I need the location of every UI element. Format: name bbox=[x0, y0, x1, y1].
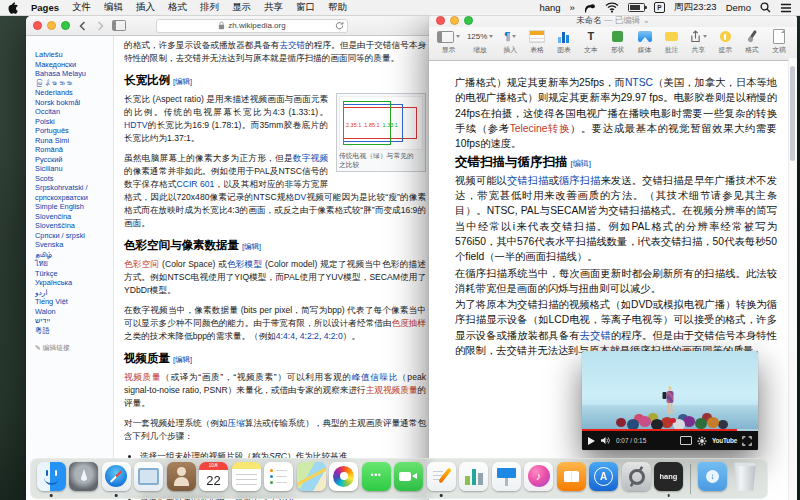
sidebar-language-link[interactable]: Nederlands bbox=[35, 88, 109, 98]
menu-item[interactable]: 排列 bbox=[200, 1, 219, 12]
dock-item-calendar[interactable]: 10月22 bbox=[199, 462, 229, 496]
search-icon[interactable] bbox=[760, 2, 771, 13]
inline-link[interactable]: 色度抽样 bbox=[392, 318, 426, 328]
dock-item-sysprefs[interactable] bbox=[621, 462, 651, 496]
dock-item-notes[interactable] bbox=[231, 462, 261, 496]
toolbar-button-text[interactable]: T文本 bbox=[581, 29, 601, 55]
inline-link[interactable]: 去交错 bbox=[580, 330, 611, 341]
inline-link[interactable]: 视频质量 bbox=[124, 372, 161, 382]
sidebar-language-link[interactable]: தமிழ் bbox=[35, 250, 109, 260]
section-edit-link[interactable]: [编辑] bbox=[242, 242, 261, 251]
menu-item[interactable]: 帮助 bbox=[328, 1, 347, 12]
menu-user-name[interactable]: hang bbox=[539, 2, 560, 13]
sidebar-language-link[interactable]: Slovenčina bbox=[35, 212, 109, 222]
section-edit-link[interactable]: [编辑] bbox=[173, 355, 192, 364]
document-title[interactable]: 未命名 — 已编辑 ⌄ bbox=[429, 15, 797, 27]
inline-link[interactable]: 4:2:0 bbox=[324, 331, 343, 341]
sidebar-language-link[interactable]: ייִדיש bbox=[35, 316, 109, 326]
dock-item-itunes[interactable]: ♪ bbox=[524, 462, 554, 496]
sidebar-language-link[interactable]: 粵語 bbox=[35, 326, 109, 336]
sidebar-language-link[interactable]: Português bbox=[35, 126, 109, 136]
volume-icon[interactable] bbox=[600, 436, 611, 445]
toolbar-button-chart[interactable]: 图表 bbox=[554, 29, 574, 55]
dock-item-ibooks[interactable] bbox=[556, 462, 586, 496]
menu-item[interactable]: 插入 bbox=[136, 1, 155, 12]
zoom-button[interactable] bbox=[61, 21, 70, 30]
inline-link[interactable]: 去交错 bbox=[279, 40, 305, 50]
sidebar-language-link[interactable]: Runa Simi bbox=[35, 136, 109, 146]
sidebar-language-link[interactable]: မြန်မာဘာသာ bbox=[35, 79, 109, 89]
dock-item-keynote[interactable] bbox=[491, 462, 521, 496]
dock-item-trash[interactable] bbox=[730, 462, 760, 496]
back-button[interactable] bbox=[76, 20, 88, 32]
edit-interlanguage-links[interactable]: ✎ 编辑链接 bbox=[35, 343, 109, 353]
dog-icon[interactable] bbox=[584, 3, 596, 13]
inline-link[interactable]: 色彩模型 bbox=[227, 259, 262, 269]
toolbar-button-share[interactable]: 共享 bbox=[688, 29, 708, 55]
fullscreen-icon[interactable] bbox=[742, 436, 752, 446]
menu-item[interactable]: 编辑 bbox=[104, 1, 123, 12]
toolbar-button-media[interactable]: 媒体 bbox=[635, 29, 655, 55]
dock-item-hang[interactable]: hang bbox=[654, 462, 684, 496]
menu-item[interactable]: 显示 bbox=[232, 1, 251, 12]
battery-icon[interactable] bbox=[628, 3, 645, 12]
dock-item-messages[interactable]: ••• bbox=[361, 462, 391, 496]
sidebar-language-link[interactable]: српскохрватски bbox=[35, 193, 109, 203]
dock-item-maps[interactable] bbox=[296, 462, 326, 496]
sidebar-language-link[interactable]: اردو bbox=[35, 288, 109, 298]
menu-overflow-chevrons[interactable]: » bbox=[570, 2, 575, 13]
sidebar-language-link[interactable]: Occitan bbox=[35, 107, 109, 117]
dock-item-photos[interactable] bbox=[329, 462, 359, 496]
toolbar-button-document[interactable]: 文稿 bbox=[769, 29, 789, 55]
sidebar-language-link[interactable]: Македонски bbox=[35, 60, 109, 70]
dock-item-downloads[interactable]: ↓ bbox=[698, 462, 728, 496]
inline-link[interactable]: DV bbox=[294, 192, 306, 202]
dock-item-finder[interactable] bbox=[36, 462, 66, 496]
toolbar-button-tips[interactable]: 提示 bbox=[715, 29, 735, 55]
aspect-ratio-thumbnail[interactable]: 2.35:11.85:11.33:1传统电视（绿）与常见的之比较 bbox=[336, 93, 426, 172]
inline-link[interactable]: 4:4:4 bbox=[276, 331, 295, 341]
inline-link[interactable]: 主观视频质量 bbox=[366, 385, 418, 395]
inline-link[interactable]: NTSC bbox=[625, 77, 653, 88]
sidebar-language-link[interactable]: Scots bbox=[35, 174, 109, 184]
sidebar-language-link[interactable]: ไทย bbox=[35, 259, 109, 269]
youtube-logo[interactable]: YouTube bbox=[712, 437, 737, 444]
parallels-status-icon[interactable]: P bbox=[654, 2, 665, 13]
toolbar-button-insert[interactable]: ¶插入 bbox=[500, 29, 520, 55]
sidebar-toggle-icon[interactable] bbox=[112, 20, 126, 31]
reload-icon[interactable] bbox=[335, 21, 344, 30]
progress-bar[interactable] bbox=[582, 429, 758, 431]
dock-item-numbers[interactable] bbox=[459, 462, 489, 496]
dock-item-appstore[interactable]: A bbox=[589, 462, 619, 496]
wifi-icon[interactable] bbox=[605, 2, 619, 13]
sidebar-language-link[interactable]: Bahasa Melayu bbox=[35, 69, 109, 79]
sidebar-language-link[interactable]: Svenska bbox=[35, 240, 109, 250]
menu-item[interactable]: 窗口 bbox=[296, 1, 315, 12]
dock-item-safari[interactable] bbox=[101, 462, 131, 496]
sidebar-language-link[interactable]: Українська bbox=[35, 278, 109, 288]
menu-demo-item[interactable]: Demo bbox=[726, 2, 751, 13]
dock-item-reminders[interactable] bbox=[264, 462, 294, 496]
dock-item-mail[interactable] bbox=[134, 462, 164, 496]
dock-item-launchpad[interactable] bbox=[69, 462, 99, 496]
apple-menu[interactable] bbox=[8, 2, 18, 14]
dock-item-contacts[interactable] bbox=[166, 462, 196, 496]
menu-item[interactable]: 格式 bbox=[168, 1, 187, 12]
sidebar-language-link[interactable]: Latviešu bbox=[35, 50, 109, 60]
inline-link[interactable]: Telecine转换 bbox=[510, 123, 570, 134]
inline-link[interactable]: 数字视频 bbox=[293, 153, 328, 163]
toolbar-button-shape[interactable]: 形状 bbox=[608, 29, 628, 55]
inline-link[interactable]: 压缩 bbox=[228, 418, 245, 428]
toolbar-button-format[interactable]: 格式 bbox=[742, 29, 762, 55]
sidebar-language-link[interactable]: Română bbox=[35, 145, 109, 155]
dock-item-facetime[interactable] bbox=[394, 462, 424, 496]
sidebar-language-link[interactable]: Simple English bbox=[35, 202, 109, 212]
heading-edit-link[interactable]: [编辑] bbox=[571, 159, 591, 168]
toolbar-button-view[interactable]: 显示 bbox=[437, 29, 460, 55]
toolbar-button-zoom[interactable]: 125%缩放 bbox=[467, 29, 493, 55]
inline-link[interactable]: 交错扫描 bbox=[507, 175, 549, 186]
inline-link[interactable]: 峰值信噪比 bbox=[352, 372, 398, 382]
toolbar-button-table[interactable]: 表格 bbox=[527, 29, 547, 55]
menu-app-name[interactable]: Pages bbox=[31, 2, 59, 13]
section-edit-link[interactable]: [编辑] bbox=[173, 77, 192, 86]
